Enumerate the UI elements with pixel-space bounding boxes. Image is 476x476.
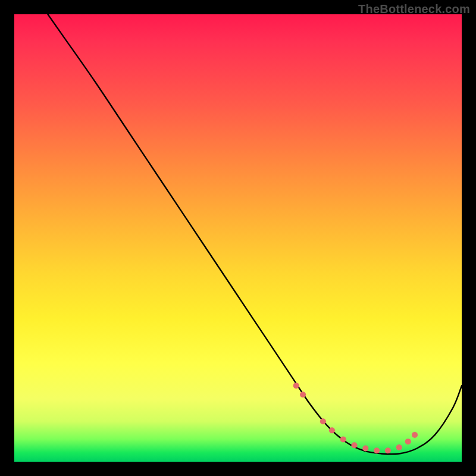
- trough-marker: [405, 439, 411, 444]
- trough-marker: [362, 445, 368, 451]
- trough-marker: [396, 444, 402, 450]
- trough-marker: [300, 392, 306, 397]
- plot-area: [14, 14, 462, 462]
- trough-marker: [293, 383, 299, 389]
- trough-marker: [340, 436, 346, 442]
- trough-marker: [412, 432, 418, 438]
- trough-marker: [329, 427, 335, 433]
- trough-marker: [352, 442, 358, 448]
- trough-marker: [374, 447, 380, 453]
- bottleneck-curve-path: [48, 14, 462, 454]
- trough-marker: [320, 418, 326, 424]
- chart-frame: TheBottleneck.com: [0, 0, 476, 476]
- curve-svg: [14, 14, 462, 462]
- trough-marker: [385, 447, 391, 453]
